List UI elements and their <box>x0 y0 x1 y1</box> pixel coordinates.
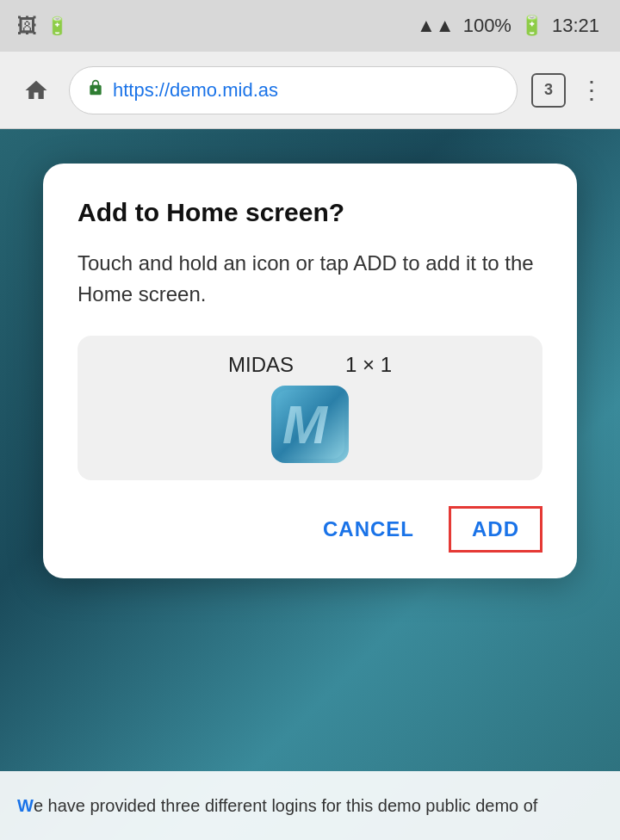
wifi-icon: ▲▲ <box>417 15 455 37</box>
app-icon: M <box>271 386 349 463</box>
icon-size-label: 1 × 1 <box>345 353 392 377</box>
home-icon[interactable] <box>17 71 55 109</box>
svg-text:M: M <box>282 395 329 454</box>
address-bar[interactable]: https://demo.mid.as <box>69 66 518 114</box>
url-text: https://demo.mid.as <box>113 79 278 102</box>
bottom-bar: We have provided three different logins … <box>0 771 620 840</box>
add-button[interactable]: ADD <box>449 506 542 553</box>
status-bar-right: ▲▲ 100% 🔋 13:21 <box>417 15 599 37</box>
more-options-icon[interactable]: ⋮ <box>580 76 603 104</box>
battery-percentage: 100% <box>463 15 512 37</box>
dialog-title: Add to Home screen? <box>78 198 542 227</box>
cancel-button[interactable]: CANCEL <box>306 509 431 550</box>
browser-ui: 🖼 🔋 ▲▲ 100% 🔋 13:21 https://demo.mid.as … <box>0 0 620 129</box>
browser-bar: https://demo.mid.as 3 ⋮ <box>0 52 620 129</box>
time-display: 13:21 <box>552 15 599 37</box>
tab-count[interactable]: 3 <box>531 73 566 108</box>
battery-small-icon: 🔋 <box>46 15 68 36</box>
status-bar: 🖼 🔋 ▲▲ 100% 🔋 13:21 <box>0 0 620 52</box>
bottom-bar-text: We have provided three different logins … <box>17 796 537 816</box>
add-to-homescreen-dialog: Add to Home screen? Touch and hold an ic… <box>43 164 577 578</box>
icon-info-row: MIDAS 1 × 1 <box>103 353 517 377</box>
dialog-message: Touch and hold an icon or tap ADD to add… <box>78 248 542 310</box>
battery-icon: 🔋 <box>520 15 543 37</box>
dialog-buttons: CANCEL ADD <box>78 506 542 553</box>
bottom-bar-highlight: W <box>17 796 34 815</box>
status-bar-left: 🖼 🔋 <box>17 14 68 38</box>
icon-preview-box: MIDAS 1 × 1 <box>78 336 542 480</box>
gallery-icon: 🖼 <box>17 14 38 38</box>
lock-icon <box>87 79 104 102</box>
app-name-label: MIDAS <box>228 353 294 377</box>
